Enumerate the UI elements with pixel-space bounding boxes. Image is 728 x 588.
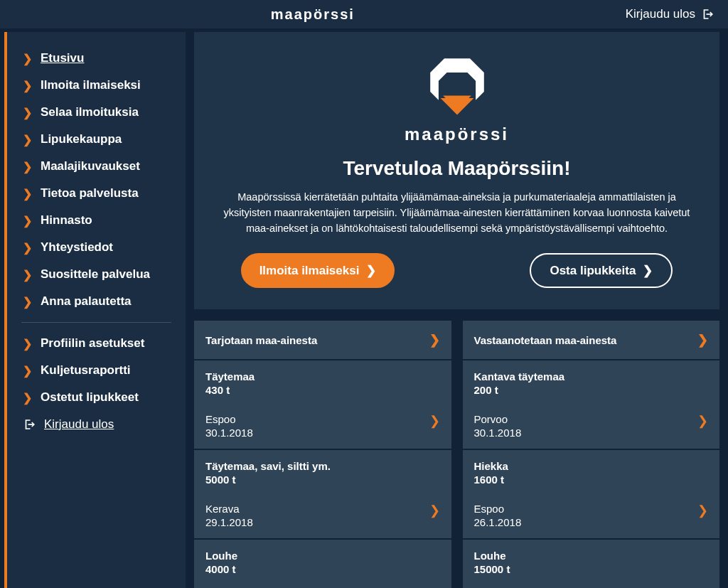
- chevron-right-icon: ❯: [23, 364, 32, 378]
- hero: maapörssi Tervetuloa Maapörssiin! Maapör…: [194, 32, 719, 309]
- hero-description: Maapörssissä kierrätetään puhtaita ylijä…: [215, 190, 698, 236]
- hero-logo: [215, 53, 698, 117]
- listing-quantity: 200 t: [474, 384, 709, 396]
- chevron-right-icon: ❯: [429, 332, 440, 348]
- nav-label: Hinnasto: [41, 213, 92, 228]
- chevron-right-icon: ❯: [23, 268, 32, 282]
- listing-quantity: 15000 t: [474, 563, 709, 575]
- nav-label: Yhteystiedot: [41, 240, 113, 255]
- nav-tietoa-palvelusta[interactable]: ❯ Tietoa palvelusta: [7, 180, 186, 207]
- maaporssi-logo-icon: [425, 53, 489, 117]
- listing-material: Kantava täytemaa: [474, 370, 709, 383]
- nav-profiilin-asetukset[interactable]: ❯ Profiilin asetukset: [7, 330, 186, 357]
- chevron-right-icon: ❯: [697, 332, 708, 348]
- chevron-right-icon: ❯: [429, 413, 440, 429]
- nav-label: Profiilin asetukset: [41, 336, 144, 351]
- listing-material: Louhe: [474, 550, 709, 562]
- listing-date: 30.1.2018: [474, 427, 709, 439]
- nav-ilmoita-ilmaiseksi[interactable]: ❯ Ilmoita ilmaiseksi: [7, 72, 186, 99]
- nav-etusivu[interactable]: ❯ Etusivu: [7, 45, 186, 72]
- button-label: Osta lipukkeita: [550, 264, 636, 278]
- chevron-right-icon: ❯: [23, 133, 32, 146]
- nav-label: Lipukekauppa: [41, 132, 122, 146]
- chevron-right-icon: ❯: [23, 295, 32, 309]
- listing-location: Kerava: [205, 503, 440, 515]
- receive-column-header[interactable]: Vastaanotetaan maa-ainesta ❯: [463, 321, 720, 359]
- nav-label: Kuljetusraportti: [41, 363, 131, 378]
- nav-logout[interactable]: Kirjaudu ulos: [7, 411, 186, 438]
- header-logout-label: Kirjaudu ulos: [626, 7, 695, 21]
- chevron-right-icon: ❯: [23, 214, 32, 228]
- nav-anna-palautetta[interactable]: ❯ Anna palautetta: [7, 288, 186, 315]
- listing-card[interactable]: Louhe 15000 t Kuopio: [463, 540, 720, 588]
- listing-card[interactable]: Täytemaa 430 t Espoo 30.1.2018 ❯: [194, 360, 451, 449]
- chevron-right-icon: ❯: [23, 337, 32, 351]
- chevron-right-icon: ❯: [23, 160, 32, 173]
- osta-lipukkeita-button[interactable]: Osta lipukkeita ❯: [530, 253, 673, 288]
- nav-label: Etusivu: [41, 51, 84, 65]
- chevron-right-icon: ❯: [429, 503, 440, 518]
- listing-columns: Tarjotaan maa-ainesta ❯ Täytemaa 430 t E…: [194, 321, 719, 588]
- nav-lipukekauppa[interactable]: ❯ Lipukekauppa: [7, 126, 186, 153]
- nav-ostetut-lipukkeet[interactable]: ❯ Ostetut lipukkeet: [7, 384, 186, 411]
- column-title: Vastaanotetaan maa-ainesta: [474, 334, 617, 346]
- offer-column: Tarjotaan maa-ainesta ❯ Täytemaa 430 t E…: [194, 321, 451, 588]
- ilmoita-ilmaiseksi-button[interactable]: Ilmoita ilmaiseksi ❯: [241, 253, 395, 288]
- chevron-right-icon: ❯: [697, 503, 708, 518]
- nav-label: Anna palautetta: [41, 294, 132, 309]
- nav-kuljetusraportti[interactable]: ❯ Kuljetusraportti: [7, 357, 186, 384]
- chevron-right-icon: ❯: [697, 413, 708, 429]
- sidebar: ❯ Etusivu ❯ Ilmoita ilmaiseksi ❯ Selaa i…: [4, 32, 186, 588]
- nav-hinnasto[interactable]: ❯ Hinnasto: [7, 207, 186, 234]
- hero-brand: maapörssi: [215, 124, 698, 144]
- chevron-right-icon: ❯: [23, 391, 32, 405]
- listing-card[interactable]: Louhe 4000 t Espoo: [194, 540, 451, 588]
- listing-material: Täytemaa, savi, siltti ym.: [205, 460, 440, 472]
- logout-icon: [23, 418, 36, 431]
- listing-location: Espoo: [205, 413, 440, 425]
- chevron-right-icon: ❯: [23, 241, 32, 255]
- chevron-right-icon: ❯: [23, 52, 32, 65]
- button-label: Ilmoita ilmaiseksi: [259, 264, 360, 278]
- app-header: maapörssi Kirjaudu ulos: [0, 0, 728, 28]
- nav-label: Ostetut lipukkeet: [41, 390, 139, 405]
- chevron-right-icon: ❯: [23, 187, 32, 201]
- logout-icon: [701, 8, 714, 21]
- listing-quantity: 4000 t: [205, 563, 440, 575]
- listing-location: Espoo: [474, 503, 709, 515]
- nav-divider: [21, 322, 171, 323]
- offer-column-header[interactable]: Tarjotaan maa-ainesta ❯: [194, 321, 451, 359]
- listing-quantity: 5000 t: [205, 474, 440, 486]
- listing-location: Porvoo: [474, 413, 709, 425]
- listing-quantity: 1600 t: [474, 474, 709, 486]
- listing-date: 29.1.2018: [205, 516, 440, 528]
- nav-label: Ilmoita ilmaiseksi: [41, 78, 141, 92]
- nav-label: Maalajikuvaukset: [41, 159, 140, 173]
- listing-material: Täytemaa: [205, 370, 440, 383]
- listing-date: 30.1.2018: [205, 427, 440, 439]
- nav-maalajikuvaukset[interactable]: ❯ Maalajikuvaukset: [7, 153, 186, 180]
- column-title: Tarjotaan maa-ainesta: [205, 334, 317, 346]
- listing-date: 26.1.2018: [474, 516, 709, 528]
- listing-card[interactable]: Hiekka 1600 t Espoo 26.1.2018 ❯: [463, 450, 720, 538]
- listing-card[interactable]: Täytemaa, savi, siltti ym. 5000 t Kerava…: [194, 450, 451, 538]
- nav-label: Kirjaudu ulos: [44, 417, 114, 432]
- nav-selaa-ilmoituksia[interactable]: ❯ Selaa ilmoituksia: [7, 99, 186, 126]
- header-brand: maapörssi: [0, 6, 626, 23]
- receive-column: Vastaanotetaan maa-ainesta ❯ Kantava täy…: [463, 321, 720, 588]
- nav-label: Suosittele palvelua: [41, 267, 150, 282]
- header-logout-button[interactable]: Kirjaudu ulos: [626, 7, 714, 21]
- listing-material: Hiekka: [474, 460, 709, 472]
- hero-title: Tervetuloa Maapörssiin!: [215, 157, 698, 180]
- nav-suosittele-palvelua[interactable]: ❯ Suosittele palvelua: [7, 261, 186, 288]
- listing-card[interactable]: Kantava täytemaa 200 t Porvoo 30.1.2018 …: [463, 360, 720, 449]
- hero-buttons: Ilmoita ilmaiseksi ❯ Osta lipukkeita ❯: [215, 253, 698, 288]
- nav-label: Tietoa palvelusta: [41, 186, 139, 201]
- main-content: maapörssi Tervetuloa Maapörssiin! Maapör…: [194, 32, 719, 588]
- chevron-right-icon: ❯: [23, 106, 32, 119]
- chevron-right-icon: ❯: [643, 263, 653, 278]
- listing-material: Louhe: [205, 550, 440, 562]
- nav-label: Selaa ilmoituksia: [41, 105, 139, 119]
- nav-yhteystiedot[interactable]: ❯ Yhteystiedot: [7, 234, 186, 261]
- listing-quantity: 430 t: [205, 384, 440, 396]
